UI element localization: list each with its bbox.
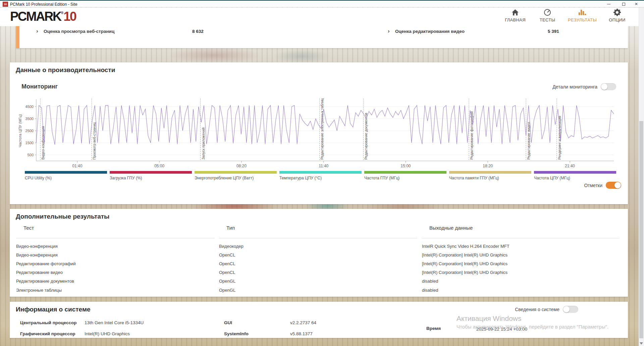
gear-icon — [613, 8, 621, 16]
nav-label: ГЛАВНАЯ — [505, 17, 526, 22]
additional-results-panel: Дополнительные результаты Тест Тип Выход… — [10, 209, 628, 297]
score-card: › Оценка просмотра веб-страниц 8 632 › О… — [16, 26, 628, 48]
cell-test: Редактирование фотографий — [16, 259, 219, 268]
svg-text:15:00: 15:00 — [400, 164, 411, 168]
cell-type: OpenCL — [219, 250, 422, 259]
table-row: Видео-конференция Видеокодер IntelR Quic… — [16, 242, 624, 250]
legend-swatch — [449, 171, 531, 174]
table-row: Редактирование видео OpenCL [Intel(R) Co… — [16, 268, 624, 277]
monitoring-details-toggle[interactable] — [601, 83, 616, 90]
nav-item-home[interactable]: ГЛАВНАЯ — [503, 8, 527, 22]
logo-text: PCMARK — [10, 9, 61, 23]
svg-text:Просмотр веб-страниц: Просмотр веб-страниц — [92, 122, 96, 160]
vertical-scrollbar[interactable] — [639, 8, 644, 346]
windows-activation-watermark: Активация Windows — [457, 314, 522, 323]
table-row: Редактирование документов OpenGL disable… — [16, 277, 624, 286]
svg-text:01:40: 01:40 — [72, 164, 82, 168]
cell-output: [Intel(R) Corporation] Intel(R) UHD Grap… — [422, 259, 624, 268]
svg-text:11:40: 11:40 — [319, 164, 328, 168]
monitoring-title: Мониторинг — [21, 83, 58, 90]
monitoring-chart[interactable]: 500150025003500450001:4005:0008:2011:401… — [17, 98, 618, 172]
legend-label: Частота памяти ГПУ (МГц) — [449, 176, 531, 180]
legend-item: Частота ГПУ (МГц) — [364, 171, 446, 180]
field-label: Время — [426, 326, 441, 331]
main-nav: ГЛАВНАЯ ТЕСТЫ РЕЗУЛЬТАТЫ ОПЦИИ — [503, 8, 629, 22]
system-info-title: Информация о системе — [16, 306, 91, 313]
system-details-toggle-row: Сведения о системе — [515, 306, 578, 313]
performance-panel: Данные о производительности Мониторинг Д… — [10, 62, 628, 204]
section-title: Данные о производительности — [16, 66, 115, 74]
legend-swatch — [534, 171, 616, 174]
scrollbar-thumb[interactable] — [639, 121, 643, 338]
chevron-right-icon[interactable]: › — [388, 28, 390, 35]
cell-type: OpenGL — [219, 277, 422, 286]
legend-label: Температура ЦПУ (°C) — [279, 176, 362, 180]
svg-text:05:00: 05:00 — [154, 164, 164, 168]
legend-item: CPU Utility (%) — [25, 171, 107, 180]
maximize-button[interactable] — [618, 1, 629, 8]
svg-text:3500: 3500 — [25, 117, 34, 121]
cell-test: Электронные таблицы — [16, 286, 219, 294]
svg-text:2500: 2500 — [25, 129, 34, 133]
field-value: v2.2.2737 64 — [290, 320, 316, 325]
marks-toggle[interactable] — [606, 182, 621, 189]
scrollbar-down-arrow-icon[interactable] — [640, 342, 643, 345]
svg-text:Редактирование электронных таб: Редактирование электронных таблиц — [320, 98, 324, 160]
legend-swatch — [364, 171, 446, 174]
svg-text:Частота ЦПУ (МГц): Частота ЦПУ (МГц) — [18, 114, 22, 148]
system-details-toggle[interactable] — [563, 306, 578, 313]
svg-text:Редактирование документов: Редактирование документов — [364, 113, 368, 160]
column-header: Выходные данные — [422, 222, 619, 238]
svg-text:4500: 4500 — [25, 105, 34, 109]
legend-item: Загрузка ГПУ (%) — [110, 171, 192, 180]
svg-text:Запуск приложений: Запуск приложений — [201, 127, 205, 160]
legend-label: Частота ЦПУ (МГц) — [534, 176, 616, 180]
cell-test: Редактирование видео — [16, 268, 219, 277]
legend-label: CPU Utility (%) — [25, 176, 107, 180]
table-row: Редактирование фотографий OpenCL [Intel(… — [16, 259, 624, 268]
home-icon — [512, 8, 519, 16]
nav-item-tests[interactable]: ТЕСТЫ — [536, 8, 559, 22]
svg-text:08:20: 08:20 — [236, 164, 247, 168]
legend-swatch — [110, 171, 192, 174]
field-label: Центральный процессор — [20, 320, 76, 325]
cell-output: [Intel(R) Corporation] Intel(R) UHD Grap… — [422, 250, 624, 259]
pcmark-logo: PCMARK®10 — [10, 9, 76, 24]
field-value: 13th Gen Intel Core i5-1334U — [85, 320, 144, 325]
nav-label: ТЕСТЫ — [540, 17, 555, 22]
cell-test: Видео-конференция — [16, 242, 219, 250]
window-title: PCMark 10 Professional Edition - Site — [10, 2, 77, 7]
legend-item: Частота памяти ГПУ (МГц) — [449, 171, 531, 180]
field-label: GUI — [224, 320, 232, 325]
monitoring-details-toggle-row: Детали мониторинга — [552, 83, 616, 90]
table-row: Электронные таблицы OpenGL disabled — [16, 286, 624, 294]
nav-label: РЕЗУЛЬТАТЫ — [568, 17, 597, 22]
field-label: Графический процессор — [20, 331, 75, 336]
svg-text:21:40: 21:40 — [565, 164, 575, 168]
close-button[interactable]: ✕ — [631, 1, 642, 8]
monitoring-details-label: Детали мониторинга — [552, 84, 597, 90]
header: PCMARK®10 ГЛАВНАЯ ТЕСТЫ РЕЗУЛЬТАТЫ — [0, 8, 644, 26]
nav-item-options[interactable]: ОПЦИИ — [605, 8, 629, 22]
score-card-accent — [16, 26, 19, 48]
logo-number: 10 — [63, 9, 76, 23]
bar-chart-icon — [578, 8, 586, 16]
table-row: Видео-конференция OpenCL [Intel(R) Corpo… — [16, 250, 624, 259]
additional-results-title: Дополнительные результаты — [16, 213, 109, 220]
cell-test: Видео-конференция — [16, 250, 219, 259]
chevron-right-icon[interactable]: › — [36, 28, 38, 35]
app-icon: 10 — [3, 2, 8, 7]
legend-swatch — [25, 171, 107, 174]
nav-item-results[interactable]: РЕЗУЛЬТАТЫ — [568, 8, 597, 22]
score-label: Оценка редактирования видео — [395, 29, 465, 34]
gauge-icon — [544, 8, 551, 16]
minimize-button[interactable] — [603, 1, 614, 8]
legend-swatch — [195, 171, 277, 174]
legend-swatch — [279, 171, 362, 174]
field-label: SystemInfo — [224, 331, 249, 336]
windows-activation-watermark-sub: Чтобы активировать Windows, перейдите в … — [457, 324, 608, 330]
cell-type: Видеокодер — [219, 242, 422, 250]
system-details-label: Сведения о системе — [515, 307, 559, 312]
cell-output: [Intel(R) Corporation] Intel(R) UHD Grap… — [422, 268, 624, 277]
titlebar: 10 PCMark 10 Professional Edition - Site… — [0, 0, 644, 7]
